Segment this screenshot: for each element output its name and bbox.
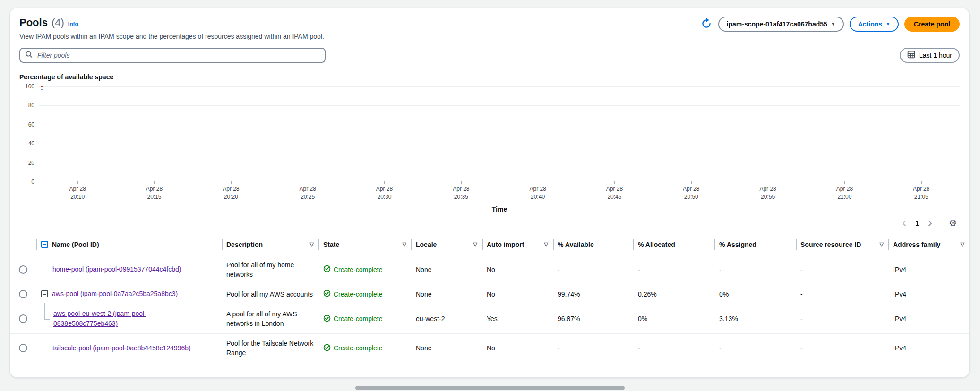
x-tick-label: Apr 2820:20 xyxy=(193,185,269,201)
pool-link[interactable]: aws-pool-eu-west-2 (ipam-pool-0838e508c7… xyxy=(53,309,148,329)
y-tick-label: 20 xyxy=(28,160,34,166)
column-label: Address family xyxy=(893,241,940,248)
y-tick-label: 60 xyxy=(28,121,34,128)
column-header-state[interactable]: State▽ xyxy=(318,235,411,255)
chart-x-axis: Apr 2820:10 Apr 2820:15 Apr 2820:20 Apr … xyxy=(39,185,960,201)
select-column-header xyxy=(10,235,36,255)
column-header-address-family[interactable]: Address family▽ xyxy=(888,235,969,255)
y-tick-label: 0 xyxy=(31,178,34,185)
column-label: % Assigned xyxy=(719,241,756,248)
refresh-button[interactable] xyxy=(700,17,713,31)
column-header-locale[interactable]: Locale▽ xyxy=(411,235,482,255)
column-header-assigned[interactable]: % Assigned xyxy=(714,235,796,255)
filter-caret-icon[interactable]: ▽ xyxy=(880,241,884,247)
column-header-auto-import[interactable]: Auto import▽ xyxy=(482,235,553,255)
y-tick-label: 80 xyxy=(28,102,34,109)
pool-description: Pool for the Tailscale Network Range xyxy=(222,334,318,363)
table-row: aws-pool-eu-west-2 (ipam-pool-0838e508c7… xyxy=(10,304,969,334)
previous-page-button[interactable] xyxy=(898,219,911,228)
available-space-chart: Percentage of available space 100 80 60 … xyxy=(19,73,960,213)
success-check-icon xyxy=(323,314,331,323)
table-row: tailscale-pool (ipam-pool-0ae8b4458c1249… xyxy=(10,334,969,363)
scope-selector-value: ipam-scope-01af417ca067bad55 xyxy=(727,20,827,28)
data-point-series-1 xyxy=(41,86,43,87)
x-tick-label: Apr 2820:25 xyxy=(269,185,346,201)
info-link[interactable]: Info xyxy=(68,21,78,27)
row-select-radio[interactable] xyxy=(19,290,27,298)
pool-link[interactable]: aws-pool (ipam-pool-0a7aa2c5ba25a8bc3) xyxy=(52,289,178,299)
filter-row: Last 1 hour xyxy=(19,48,960,63)
source-resource-id-value: - xyxy=(796,334,888,363)
x-tick-label: Apr 2820:35 xyxy=(423,185,499,201)
collapse-row-icon[interactable] xyxy=(41,290,48,298)
pool-link[interactable]: tailscale-pool (ipam-pool-0ae8b4458c1249… xyxy=(52,344,191,352)
pool-link[interactable]: home-pool (ipam-pool-09915377044c4fcbd) xyxy=(52,265,181,273)
available-value: 96.87% xyxy=(553,304,633,334)
row-select-radio[interactable] xyxy=(19,265,27,274)
assigned-value: - xyxy=(714,255,796,284)
panel-header-left: Pools (4) Info View IPAM pools within an… xyxy=(19,17,324,40)
create-pool-label: Create pool xyxy=(914,20,950,28)
panel-header: Pools (4) Info View IPAM pools within an… xyxy=(19,17,960,40)
scope-selector-dropdown[interactable]: ipam-scope-01af417ca067bad55 ▼ xyxy=(718,17,844,32)
horizontal-scrollbar[interactable] xyxy=(355,386,625,390)
next-page-button[interactable] xyxy=(924,219,936,228)
chevron-down-icon: ▼ xyxy=(831,22,835,26)
state-label: Create-complete xyxy=(334,315,383,323)
filter-pools-input[interactable] xyxy=(36,51,320,60)
state-label: Create-complete xyxy=(334,344,383,352)
time-range-label: Last 1 hour xyxy=(919,51,952,59)
column-header-source-resource-id[interactable]: Source resource ID▽ xyxy=(796,235,888,255)
y-tick-label: 100 xyxy=(25,83,34,90)
gridline xyxy=(39,163,960,163)
pools-panel: Pools (4) Info View IPAM pools within an… xyxy=(9,8,970,378)
current-page[interactable]: 1 xyxy=(911,220,924,227)
column-header-name[interactable]: Name (Pool ID) xyxy=(36,235,222,255)
table-row: home-pool (ipam-pool-09915377044c4fcbd) … xyxy=(10,255,969,284)
chevron-down-icon: ▼ xyxy=(886,22,890,26)
x-tick-label: Apr 2820:55 xyxy=(730,185,806,201)
filter-caret-icon[interactable]: ▽ xyxy=(403,241,406,247)
source-resource-id-value: - xyxy=(796,284,888,304)
collapse-all-icon[interactable] xyxy=(41,241,48,248)
row-select-radio[interactable] xyxy=(19,314,27,323)
source-resource-id-value: - xyxy=(796,304,888,334)
column-label: State xyxy=(323,241,339,248)
filter-caret-icon[interactable]: ▽ xyxy=(544,241,548,247)
column-header-allocated[interactable]: % Allocated xyxy=(633,235,714,255)
locale-value: None xyxy=(411,334,482,363)
calendar-icon xyxy=(907,51,915,60)
x-tick-label: Apr 2820:10 xyxy=(39,185,116,201)
column-header-available[interactable]: % Available xyxy=(553,235,633,255)
chart-y-axis: 100 80 60 40 20 0 xyxy=(19,86,39,182)
x-axis-line xyxy=(39,182,960,182)
allocated-value: 0.26% xyxy=(633,284,714,304)
column-header-description[interactable]: Description▽ xyxy=(222,235,318,255)
tree-connector xyxy=(44,304,50,320)
filter-caret-icon[interactable]: ▽ xyxy=(473,241,477,247)
available-value: 99.74% xyxy=(553,284,633,304)
x-axis-title: Time xyxy=(39,205,960,213)
address-family-value: IPv4 xyxy=(888,284,969,304)
x-tick-label: Apr 2820:40 xyxy=(499,185,576,201)
allocated-value: - xyxy=(633,334,714,363)
refresh-icon xyxy=(700,17,713,31)
available-value: - xyxy=(553,334,633,363)
table-header-row: Name (Pool ID) Description▽ State▽ Local… xyxy=(10,235,969,255)
x-tick-label: Apr 2820:45 xyxy=(576,185,653,201)
create-pool-button[interactable]: Create pool xyxy=(904,17,960,32)
filter-caret-icon[interactable]: ▽ xyxy=(310,241,314,247)
time-range-button[interactable]: Last 1 hour xyxy=(900,48,960,63)
column-label: Locale xyxy=(416,241,437,248)
divider xyxy=(941,218,941,229)
success-check-icon xyxy=(323,265,331,274)
gridline xyxy=(39,125,960,125)
column-label: Name (Pool ID) xyxy=(52,241,99,248)
address-family-value: IPv4 xyxy=(888,304,969,334)
filter-caret-icon[interactable]: ▽ xyxy=(961,241,964,247)
table-settings-gear-icon[interactable]: ⚙ xyxy=(946,218,960,228)
column-label: % Available xyxy=(558,241,594,248)
state-label: Create-complete xyxy=(334,290,383,298)
actions-button[interactable]: Actions ▼ xyxy=(850,17,899,32)
row-select-radio[interactable] xyxy=(19,344,27,352)
